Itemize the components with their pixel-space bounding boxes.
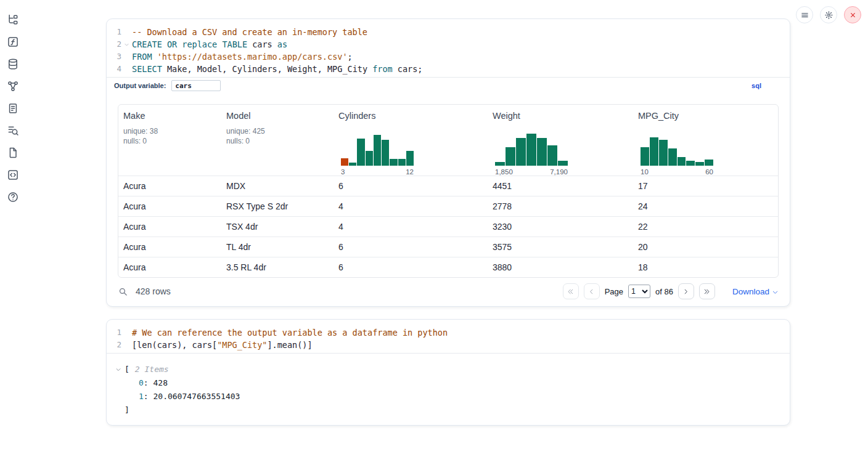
collapse-caret-icon[interactable] — [115, 366, 121, 373]
open-bracket: [ — [125, 363, 129, 376]
help-icon — [7, 191, 19, 203]
histogram-bar[interactable] — [641, 147, 649, 166]
column-header-mpg_city[interactable]: MPG_City1060 — [633, 105, 778, 176]
histogram-bar[interactable] — [398, 159, 406, 166]
code-token: ; — [348, 52, 353, 62]
item-index: 0 — [139, 378, 144, 387]
code-token: OR — [167, 39, 177, 49]
fold-chevron-icon[interactable] — [121, 38, 132, 51]
histogram-bar[interactable] — [526, 134, 536, 166]
histogram-bar[interactable] — [668, 148, 677, 166]
table-header-row: Makeunique: 38nulls: 0Modelunique: 425nu… — [118, 105, 778, 176]
histogram-bar[interactable] — [406, 151, 414, 166]
histogram-bar[interactable] — [695, 162, 704, 166]
histogram-bar[interactable] — [374, 135, 381, 166]
code-token — [162, 39, 167, 49]
code-token: FROM — [132, 52, 152, 62]
column-header-weight[interactable]: Weight1,8507,190 — [488, 105, 633, 176]
histogram-bar[interactable] — [341, 158, 348, 166]
histogram-axis-labels: 312 — [341, 168, 414, 176]
line-number: 2 — [107, 339, 121, 351]
column-header-make[interactable]: Makeunique: 38nulls: 0 — [118, 105, 221, 176]
histogram-bar[interactable] — [537, 138, 547, 166]
histogram-bar[interactable] — [506, 147, 515, 166]
line-number: 3 — [107, 51, 121, 63]
table-row[interactable]: AcuraTSX 4dr4323022 — [118, 216, 778, 237]
histogram-bar[interactable] — [705, 160, 713, 166]
table-cell: RSX Type S 2dr — [221, 201, 334, 211]
column-header-cylinders[interactable]: Cylinders312 — [334, 105, 488, 176]
sidebar-logs-button[interactable] — [7, 124, 19, 137]
table-cell: Acura — [118, 181, 221, 191]
sidebar-scratchpad-button[interactable] — [7, 102, 19, 115]
code-line: 2CREATE OR replace TABLE cars as — [107, 38, 790, 51]
settings-button[interactable] — [820, 6, 837, 23]
sidebar-datasources-button[interactable] — [7, 58, 19, 70]
previous-page-button[interactable] — [584, 283, 600, 299]
pagination: Page 1 of 86 Download — [563, 283, 779, 299]
functions-icon — [7, 36, 19, 48]
table-cell: 2778 — [488, 201, 633, 211]
histogram-bar[interactable] — [357, 139, 364, 166]
column-header-model[interactable]: Modelunique: 425nulls: 0 — [221, 105, 334, 176]
row-count: 428 rows — [136, 286, 171, 296]
code-token: CREATE — [132, 39, 162, 49]
gutter-spacer — [121, 51, 132, 63]
menu-button[interactable] — [796, 6, 813, 23]
search-icon[interactable] — [118, 286, 128, 297]
histogram-bar[interactable] — [558, 161, 568, 166]
python-code-editor[interactable]: 1# We can reference the output variable … — [107, 320, 790, 353]
close-bracket: ] — [115, 403, 781, 417]
table-row[interactable]: Acura3.5 RL 4dr6388018 — [118, 257, 778, 277]
histogram-bar[interactable] — [678, 157, 686, 166]
shutdown-button[interactable] — [844, 6, 861, 23]
data-table: Makeunique: 38nulls: 0Modelunique: 425nu… — [118, 104, 779, 278]
histogram-bar[interactable] — [659, 140, 668, 166]
download-button[interactable]: Download — [732, 287, 779, 296]
table-cell: TL 4dr — [221, 242, 334, 252]
python-cell: 1# We can reference the output variable … — [106, 319, 790, 426]
histogram-bar[interactable] — [366, 151, 373, 166]
code-token: # We can reference the output variable a… — [132, 328, 448, 338]
table-cell: 3230 — [488, 222, 633, 232]
histogram-bar[interactable] — [382, 140, 389, 166]
next-page-button[interactable] — [678, 283, 694, 299]
code-line: 2[len(cars), cars["MPG_City"].mean()] — [107, 339, 790, 351]
sidebar-variables-button[interactable] — [7, 36, 19, 48]
histogram-bar[interactable] — [650, 137, 658, 166]
snippets-icon — [7, 169, 19, 181]
sidebar-help-button[interactable] — [7, 191, 19, 203]
sidebar-snippets-button[interactable] — [7, 169, 19, 181]
sidebar-dependency-graph-button[interactable] — [7, 80, 19, 92]
code-token: [len(cars), cars[ — [132, 340, 217, 350]
histogram-bar[interactable] — [349, 163, 356, 166]
table-row[interactable]: AcuraMDX6445117 — [118, 176, 778, 196]
sidebar-file-explorer-button[interactable] — [7, 14, 19, 26]
output-variable-row: Output variable: sql — [107, 77, 790, 94]
histogram-bar[interactable] — [495, 162, 505, 166]
sql-code-editor[interactable]: 1-- Download a CSV and create an in-memo… — [107, 19, 790, 77]
table-row[interactable]: AcuraRSX Type S 2dr4277824 — [118, 196, 778, 216]
table-cell: 4 — [334, 201, 488, 211]
sidebar-documentation-button[interactable] — [7, 147, 19, 159]
histogram-bar[interactable] — [390, 159, 397, 166]
code-token: cars; — [393, 64, 423, 74]
table-cell: 3880 — [488, 262, 633, 272]
column-summary: 312 — [338, 126, 483, 176]
table-cell: 22 — [633, 222, 778, 232]
table-cell: 3575 — [488, 242, 633, 252]
histogram-bar[interactable] — [547, 145, 557, 166]
last-page-button[interactable] — [699, 283, 715, 299]
python-output: [ 2 Items 0: 428 1: 20.060747663551403 ] — [107, 353, 790, 425]
output-variable-input[interactable] — [171, 80, 221, 91]
code-line: 4SELECT Make, Model, Cylinders, Weight, … — [107, 63, 790, 75]
table-cell: TSX 4dr — [221, 222, 334, 232]
table-row[interactable]: AcuraTL 4dr6357520 — [118, 237, 778, 257]
page-select[interactable]: 1 — [628, 285, 650, 298]
code-line: 1# We can reference the output variable … — [107, 326, 790, 339]
column-summary: unique: 425nulls: 0 — [226, 126, 329, 176]
line-number: 4 — [107, 63, 121, 75]
histogram-bar[interactable] — [686, 161, 695, 166]
first-page-button[interactable] — [563, 283, 579, 299]
histogram-bar[interactable] — [516, 138, 526, 166]
